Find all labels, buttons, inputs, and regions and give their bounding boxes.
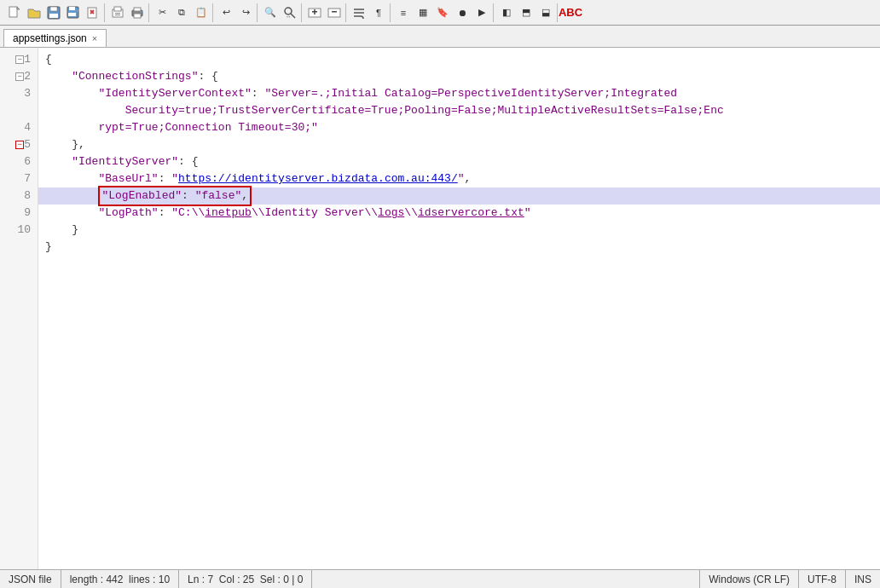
- code-line-9: }: [38, 222, 880, 239]
- paste-button[interactable]: 📋: [192, 3, 211, 22]
- toolbar-group-more: ≡ ▦ 🔖 ⏺ ▶: [392, 3, 494, 22]
- editor-container: − 1 − 2 3 4 − 5 6 7: [0, 48, 880, 569]
- line-num-5: − 5: [0, 136, 38, 153]
- svg-rect-4: [49, 14, 58, 18]
- code-line-7: "LogEnabled": "false",: [38, 187, 880, 205]
- status-mode: INS: [846, 570, 880, 588]
- print-preview-button[interactable]: [108, 3, 127, 22]
- find-button[interactable]: 🔍: [261, 3, 280, 22]
- tab-bar: appsettings.json ×: [0, 26, 880, 48]
- line-num-6: 6: [0, 153, 38, 170]
- line-numbers: − 1 − 2 3 4 − 5 6 7: [0, 48, 38, 569]
- svg-text:↔: ↔: [286, 14, 292, 20]
- svg-rect-8: [76, 9, 78, 12]
- code-area[interactable]: { "ConnectionStrings": { "IdentityServer…: [38, 48, 880, 569]
- bookmark-button[interactable]: 🔖: [433, 3, 452, 22]
- status-length: length : 442 lines : 10: [61, 570, 179, 588]
- save-button[interactable]: [44, 3, 63, 22]
- print-button[interactable]: [128, 3, 147, 22]
- toolbar-group-view: ¶: [348, 3, 391, 22]
- code-line-8: "LogPath": "C:\\inetpub\\Identity Server…: [38, 205, 880, 222]
- svg-rect-17: [134, 8, 141, 11]
- close-button[interactable]: [84, 3, 102, 22]
- code-line-6: "BaseUrl": "https://identityserver.bizda…: [38, 170, 880, 187]
- status-spacer: [312, 570, 700, 588]
- split-h-button[interactable]: ⬒: [517, 3, 536, 22]
- save-all-button[interactable]: [64, 3, 83, 22]
- svg-rect-27: [332, 11, 337, 13]
- line-num-9: 9: [0, 205, 38, 222]
- code-line-5: "IdentityServer": {: [38, 153, 880, 170]
- toolbar-group-zoom: [304, 3, 346, 22]
- code-line-2: "ConnectionStrings": {: [38, 68, 880, 85]
- fold-marker-5[interactable]: −: [15, 141, 24, 149]
- svg-rect-13: [114, 7, 121, 11]
- column-select-button[interactable]: ▦: [414, 3, 432, 22]
- new-button[interactable]: [5, 3, 24, 22]
- svg-rect-7: [68, 13, 76, 16]
- code-line-3b: Security=true;TrustServerCertificate=Tru…: [38, 102, 880, 119]
- spell-check-button[interactable]: ABC: [561, 3, 580, 22]
- split-v-button[interactable]: ⬓: [536, 3, 555, 22]
- svg-rect-3: [50, 7, 57, 11]
- redo-button[interactable]: ↪: [236, 3, 255, 22]
- fold-marker-2[interactable]: −: [15, 72, 24, 81]
- zoom-out-button[interactable]: [325, 3, 344, 22]
- copy-button[interactable]: ⧉: [172, 3, 191, 22]
- line-num-4: 4: [0, 119, 38, 136]
- code-line-1: {: [38, 51, 880, 68]
- line-num-3b: [0, 102, 38, 119]
- toolbar-group-edit: ✂ ⧉ 📋: [151, 3, 213, 22]
- line-num-3: 3: [0, 85, 38, 102]
- line-num-1: − 1: [0, 51, 38, 68]
- svg-rect-14: [115, 13, 120, 14]
- undo-button[interactable]: ↩: [217, 3, 235, 22]
- tab-appsettings[interactable]: appsettings.json ×: [3, 29, 107, 47]
- svg-rect-18: [134, 14, 141, 18]
- line-num-7: 7: [0, 170, 38, 187]
- toolbar-group-split: ◧ ⬒ ⬓: [495, 3, 558, 22]
- svg-rect-19: [141, 11, 142, 13]
- code-line-4: rypt=True;Connection Timeout=30;": [38, 119, 880, 136]
- status-eol: Windows (CR LF): [700, 570, 799, 588]
- status-bar: JSON file length : 442 lines : 10 Ln : 7…: [0, 569, 880, 588]
- svg-rect-25: [314, 9, 316, 14]
- diff-button[interactable]: ◧: [497, 3, 516, 22]
- status-file-type: JSON file: [0, 570, 61, 588]
- svg-rect-6: [69, 7, 75, 10]
- svg-marker-1: [17, 7, 20, 9]
- line-num-10: 10: [0, 222, 38, 239]
- find-replace-button[interactable]: ↔: [281, 3, 299, 22]
- svg-rect-15: [115, 14, 120, 15]
- macro-button[interactable]: ⏺: [453, 3, 472, 22]
- zoom-in-button[interactable]: [305, 3, 324, 22]
- status-position: Ln : 7 Col : 25 Sel : 0 | 0: [179, 570, 312, 588]
- status-encoding: UTF-8: [799, 570, 846, 588]
- open-button[interactable]: [25, 3, 43, 22]
- svg-rect-0: [9, 7, 17, 17]
- code-line-4b: },: [38, 136, 880, 153]
- fold-marker-1[interactable]: −: [15, 55, 24, 64]
- tab-filename: appsettings.json: [13, 32, 87, 44]
- tab-close-button[interactable]: ×: [92, 33, 97, 43]
- code-line-10: }: [38, 239, 880, 256]
- toolbar-group-search: 🔍 ↔: [259, 3, 302, 22]
- toolbar-group-undoredo: ↩ ↪: [215, 3, 258, 22]
- run-button[interactable]: ▶: [472, 3, 491, 22]
- line-num-2: − 2: [0, 68, 38, 85]
- wrap-button[interactable]: [350, 3, 368, 22]
- svg-rect-26: [328, 9, 340, 17]
- cut-button[interactable]: ✂: [153, 3, 171, 22]
- whitespace-button[interactable]: ¶: [369, 3, 388, 22]
- toolbar: ✂ ⧉ 📋 ↩ ↪ 🔍 ↔ ¶ ≡ ▦ 🔖 ⏺ ▶ ◧ ⬒ ⬓: [0, 0, 880, 26]
- indent-button[interactable]: ≡: [394, 3, 413, 22]
- toolbar-group-print: [107, 3, 149, 22]
- toolbar-group-spell: ABC: [559, 3, 582, 22]
- code-line-3a: "IdentityServerContext": "Server=.;Initi…: [38, 85, 880, 102]
- toolbar-group-file: [3, 3, 105, 22]
- line-num-8: 8: [0, 187, 38, 205]
